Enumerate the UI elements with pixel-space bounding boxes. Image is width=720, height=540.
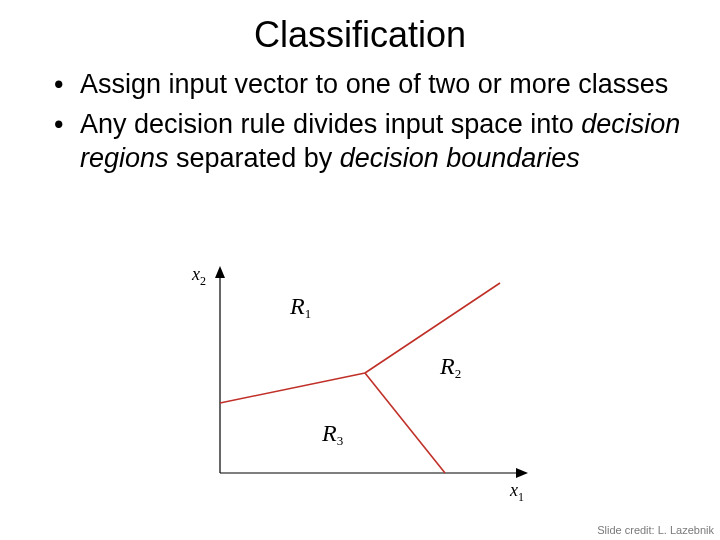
region-label-r2: R2 [440, 353, 461, 380]
axis-sub: 2 [200, 274, 206, 288]
region-sub: 3 [337, 433, 344, 448]
axis-letter: x [192, 264, 200, 284]
diagram-svg [180, 258, 540, 508]
axis-letter: x [510, 480, 518, 500]
bullet-text: Any decision rule divides input space in… [80, 109, 581, 139]
svg-line-6 [365, 373, 445, 473]
region-glyph: R [322, 420, 337, 446]
region-sub: 2 [455, 366, 462, 381]
bullet-item: Assign input vector to one of two or mor… [54, 68, 686, 102]
region-label-r1: R1 [290, 293, 311, 320]
region-glyph: R [290, 293, 305, 319]
svg-marker-3 [516, 468, 528, 478]
svg-marker-2 [215, 266, 225, 278]
region-label-r3: R3 [322, 420, 343, 447]
page-title: Classification [0, 0, 720, 68]
region-glyph: R [440, 353, 455, 379]
x-axis-label: x1 [510, 480, 524, 505]
slide-credit: Slide credit: L. Lazebnik [597, 524, 714, 536]
bullet-text: Assign input vector to one of two or mor… [80, 69, 668, 99]
axis-sub: 1 [518, 490, 524, 504]
bullet-item: Any decision rule divides input space in… [54, 108, 686, 176]
decision-region-diagram: x2 x1 R1 R2 R3 [180, 258, 540, 508]
region-sub: 1 [305, 306, 312, 321]
bullet-italic: decision boundaries [340, 143, 580, 173]
bullet-list: Assign input vector to one of two or mor… [0, 68, 720, 175]
svg-line-5 [365, 283, 500, 373]
y-axis-label: x2 [192, 264, 206, 289]
bullet-text: separated by [169, 143, 340, 173]
svg-line-4 [220, 373, 365, 403]
